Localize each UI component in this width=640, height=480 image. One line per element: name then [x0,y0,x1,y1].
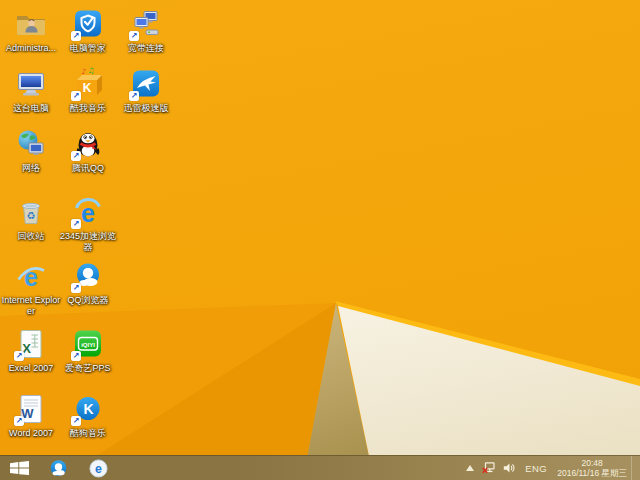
icon-label: Word 2007 [9,428,53,439]
icon-label: Excel 2007 [9,363,54,374]
shortcut-arrow-icon: ↗ [71,416,81,426]
start-button[interactable] [0,456,38,480]
svg-text:e: e [24,263,38,291]
2345-browser-e-icon: e ↗ [71,195,105,229]
browser-e-taskbar-icon: e [89,459,108,478]
desktop-icon-xunlei[interactable]: ↗ 迅雷极速版 [115,67,177,114]
desktop-icon-qq[interactable]: ↗ 腾讯QQ [57,127,119,174]
taskbar: e [0,455,640,480]
shortcut-arrow-icon: ↗ [71,31,81,41]
recycle-bin-icon: ♻ [14,195,48,229]
icon-label: 腾讯QQ [72,163,104,174]
taskbar-clock[interactable]: 20:48 2016/11/16 星期三 [553,458,631,479]
svg-text:iQIYI: iQIYI [81,342,95,348]
svg-text:♫: ♫ [88,67,95,75]
icon-label: Internet Explorer [0,295,62,317]
broadband-connection-icon: ↗ [129,7,163,41]
clock-date: 2016/11/16 星期三 [557,468,627,479]
qq-penguin-icon: ↗ [71,127,105,161]
desktop-icon-kugou[interactable]: K ↗ 酷狗音乐 [57,392,119,439]
administrator-folder-icon [14,7,48,41]
desktop-icon-word[interactable]: W ↗ Word 2007 [0,392,62,439]
icon-label: 网络 [22,163,40,174]
this-pc-icon [14,67,48,101]
icon-label: 宽带连接 [128,43,164,54]
shortcut-arrow-icon: ↗ [71,351,81,361]
shortcut-arrow-icon: ↗ [71,219,81,229]
xunlei-bird-icon: ↗ [129,67,163,101]
network-status-tray[interactable] [478,456,499,480]
desktop-icon-iqiyi[interactable]: iQIYI ↗ 爱奇艺PPS [57,327,119,374]
svg-text:K: K [83,81,92,95]
desktop-icon-recycle-bin[interactable]: ♻ 回收站 [0,195,62,242]
icon-label: 迅雷极速版 [124,103,169,114]
svg-text:♪: ♪ [82,67,87,76]
kuwo-music-icon: K ♪ ♫ ↗ [71,67,105,101]
shortcut-arrow-icon: ↗ [71,91,81,101]
svg-text:K: K [83,401,93,417]
speaker-icon [503,462,515,474]
svg-text:e: e [81,199,95,227]
word-2007-icon: W ↗ [14,392,48,426]
network-globe-icon [14,127,48,161]
desktop-icon-pc-manager[interactable]: ↗ 电脑管家 [57,7,119,54]
icon-label: 爱奇艺PPS [65,363,110,374]
shortcut-arrow-icon: ↗ [71,283,81,293]
desktop-icon-broadband[interactable]: ↗ 宽带连接 [115,7,177,54]
desktop-icon-excel[interactable]: X ↗ Excel 2007 [0,327,62,374]
icon-label: 电脑管家 [70,43,106,54]
desktop: Administra... ↗ 电脑管家 ↗ [0,0,640,480]
taskbar-browser-e-button[interactable]: e [78,456,118,480]
icon-label: 这台电脑 [13,103,49,114]
desktop-icon-network[interactable]: 网络 [0,127,62,174]
excel-2007-icon: X ↗ [14,327,48,361]
volume-tray[interactable] [499,456,519,480]
shortcut-arrow-icon: ↗ [129,91,139,101]
desktop-icon-internet-explorer[interactable]: e Internet Explorer [0,259,62,317]
icon-label: Administra... [6,43,56,54]
desktop-icon-2345-browser[interactable]: e ↗ 2345加速浏览器 [57,195,119,253]
desktop-icon-administrator[interactable]: Administra... [0,7,62,54]
pc-manager-icon: ↗ [71,7,105,41]
icon-label: 酷狗音乐 [70,428,106,439]
icon-label: 2345加速浏览器 [57,231,119,253]
shortcut-arrow-icon: ↗ [71,151,81,161]
language-indicator[interactable]: ENG [519,463,553,474]
shortcut-arrow-icon: ↗ [14,416,24,426]
show-hidden-icons-button[interactable] [462,456,478,480]
iqiyi-pps-icon: iQIYI ↗ [71,327,105,361]
system-tray: ENG 20:48 2016/11/16 星期三 [462,456,640,480]
qq-browser-icon: ↗ [71,259,105,293]
internet-explorer-icon: e [14,259,48,293]
shortcut-arrow-icon: ↗ [129,31,139,41]
desktop-icon-kuwo[interactable]: K ♪ ♫ ↗ 酷我音乐 [57,67,119,114]
svg-text:♻: ♻ [27,210,36,221]
qq-browser-taskbar-icon [49,459,68,478]
clock-time: 20:48 [581,458,602,469]
show-desktop-button[interactable] [631,456,635,480]
taskbar-qq-browser-button[interactable] [38,456,78,480]
icon-label: 回收站 [18,231,45,242]
svg-text:e: e [95,462,102,476]
network-disconnected-icon [482,462,495,474]
chevron-up-icon [466,465,474,471]
desktop-icon-this-pc[interactable]: 这台电脑 [0,67,62,114]
icon-label: QQ浏览器 [67,295,108,306]
desktop-icon-qq-browser[interactable]: ↗ QQ浏览器 [57,259,119,306]
shortcut-arrow-icon: ↗ [14,351,24,361]
kugou-music-icon: K ↗ [71,392,105,426]
windows-logo-icon [10,461,29,475]
icon-label: 酷我音乐 [70,103,106,114]
